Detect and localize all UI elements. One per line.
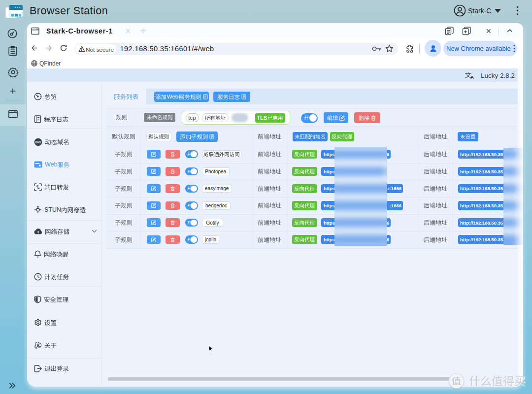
svg-text:DNS: DNS — [35, 140, 41, 143]
